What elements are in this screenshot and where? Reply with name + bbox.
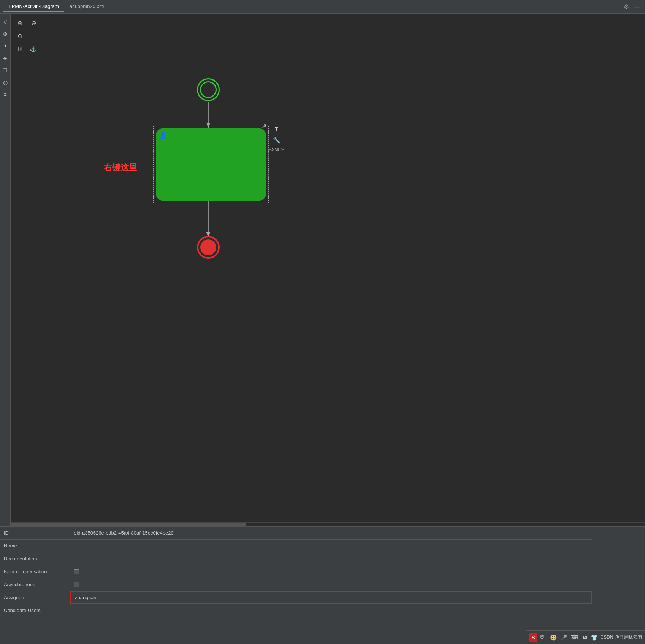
zoom-in-button[interactable]: ⊕ — [14, 17, 25, 28]
prop-value-candidate-users[interactable] — [70, 604, 592, 617]
async-checkbox[interactable] — [74, 582, 79, 587]
task-box[interactable]: 👤 — [156, 128, 266, 201]
tab-xml[interactable]: act.bpmn20.xml — [64, 1, 110, 12]
properties-panel: ID sid-a350626e-bdb2-45a4-80af-15ec0fe4b… — [0, 526, 645, 644]
title-bar: BPMN-Activiti-Diagram act.bpmn20.xml ⚙ — — [0, 0, 645, 14]
end-event-inner — [200, 239, 216, 255]
brand-dot: · — [547, 635, 548, 640]
prop-row-name: Name — [0, 540, 592, 552]
editor-area: ◁ ⊕ ✦ ◈ ☐ ◎ ≡ ⊕ ⊖ ⊙ ⛶ ⊞ ⚓ — [0, 14, 645, 526]
delete-icon[interactable]: 🗑 — [274, 126, 280, 133]
prop-label-id: ID — [0, 527, 70, 539]
minimize-icon[interactable]: — — [634, 3, 640, 10]
diagram-svg — [11, 14, 645, 526]
brand-s-logo: S — [529, 633, 537, 642]
brand-icon-mic[interactable]: 🎤 — [560, 634, 567, 641]
fit-row: ⊙ ⛶ — [14, 30, 39, 41]
start-event-inner — [200, 81, 217, 98]
prop-value-async[interactable] — [70, 578, 592, 591]
brand-bar: S 英 · 😊 🎤 ⌨ 🖥 👕 CSDN @只是晓云闲 — [526, 630, 645, 644]
brand-icon-emoji[interactable]: 😊 — [550, 634, 557, 641]
prop-row-async: Asynchronous — [0, 578, 592, 591]
grid-row: ⊞ ⚓ — [14, 43, 39, 54]
canvas-area[interactable]: ⊕ ⊖ ⊙ ⛶ ⊞ ⚓ — [11, 14, 645, 526]
start-event[interactable] — [197, 78, 220, 101]
brand-icon-screen[interactable]: 🖥 — [582, 634, 588, 641]
left-tool-4[interactable]: ◈ — [1, 54, 10, 62]
zoom-out-button[interactable]: ⊖ — [28, 17, 39, 28]
prop-label-compensation: Is for compensation — [0, 565, 70, 578]
task-box-container[interactable]: ↗ 👤 🗑 🔧 <XML/> — [153, 126, 269, 205]
task-user-icon: 👤 — [159, 131, 167, 140]
prop-value-doc[interactable] — [70, 552, 592, 565]
prop-label-name: Name — [0, 540, 70, 552]
prop-row-candidate-users: Candidate Users — [0, 604, 592, 617]
left-tool-6[interactable]: ◎ — [1, 78, 10, 87]
zoom-row: ⊕ ⊖ — [14, 17, 39, 28]
title-bar-icons: ⚙ — — [624, 3, 640, 10]
grid-button[interactable]: ⊞ — [14, 43, 25, 54]
prop-row-compensation: Is for compensation — [0, 565, 592, 578]
csdn-label: CSDN @只是晓云闲 — [600, 634, 642, 641]
main-container: ◁ ⊕ ✦ ◈ ☐ ◎ ≡ ⊕ ⊖ ⊙ ⛶ ⊞ ⚓ — [0, 14, 645, 644]
settings-icon[interactable]: ⚙ — [624, 3, 629, 10]
task-dashed-border: 👤 — [153, 126, 269, 203]
brand-text: 英 — [540, 634, 544, 641]
left-tool-3[interactable]: ✦ — [1, 42, 10, 50]
scrollbar-thumb[interactable] — [11, 523, 246, 526]
end-event[interactable] — [197, 236, 220, 259]
task-actions: 🗑 🔧 <XML/> — [269, 126, 284, 152]
right-panel — [592, 527, 645, 644]
xml-label[interactable]: <XML/> — [269, 147, 284, 152]
zoom-fit-button[interactable]: ⊙ — [14, 30, 25, 41]
compensation-checkbox[interactable] — [74, 569, 79, 574]
anchor-button[interactable]: ⚓ — [28, 43, 39, 54]
left-tool-1[interactable]: ◁ — [1, 17, 10, 26]
fullscreen-button[interactable]: ⛶ — [28, 30, 39, 41]
prop-row-assignee: Assignee zhangsan — [0, 591, 592, 604]
prop-row-doc: Documentation — [0, 552, 592, 565]
brand-icon-shirt[interactable]: 👕 — [591, 634, 598, 641]
scrollbar-area[interactable] — [11, 522, 645, 526]
prop-value-assignee[interactable]: zhangsan — [70, 591, 592, 604]
tab-diagram[interactable]: BPMN-Activiti-Diagram — [3, 1, 64, 12]
prop-value-id[interactable]: sid-a350626e-bdb2-45a4-80af-15ec0fe4be20 — [70, 527, 592, 539]
brand-icons: 😊 🎤 ⌨ 🖥 👕 — [550, 634, 598, 641]
left-tool-7[interactable]: ≡ — [1, 90, 10, 99]
prop-label-doc: Documentation — [0, 552, 70, 565]
prop-value-name[interactable] — [70, 540, 592, 552]
properties-table: ID sid-a350626e-bdb2-45a4-80af-15ec0fe4b… — [0, 527, 592, 644]
brand-icon-keyboard[interactable]: ⌨ — [571, 634, 579, 641]
prop-label-async: Asynchronous — [0, 578, 70, 591]
wrench-icon[interactable]: 🔧 — [273, 136, 281, 144]
left-tool-2[interactable]: ⊕ — [1, 30, 10, 38]
left-tool-5[interactable]: ☐ — [1, 66, 10, 74]
prop-label-assignee: Assignee — [0, 591, 70, 604]
rightclick-label: 右键这里 — [104, 162, 137, 173]
scrollbar-container — [11, 522, 645, 526]
prop-label-candidate-users: Candidate Users — [0, 604, 70, 617]
canvas-toolbar: ⊕ ⊖ ⊙ ⛶ ⊞ ⚓ — [14, 17, 39, 54]
left-toolbar: ◁ ⊕ ✦ ◈ ☐ ◎ ≡ — [0, 14, 11, 526]
prop-row-id: ID sid-a350626e-bdb2-45a4-80af-15ec0fe4b… — [0, 527, 592, 540]
prop-value-compensation[interactable] — [70, 565, 592, 578]
